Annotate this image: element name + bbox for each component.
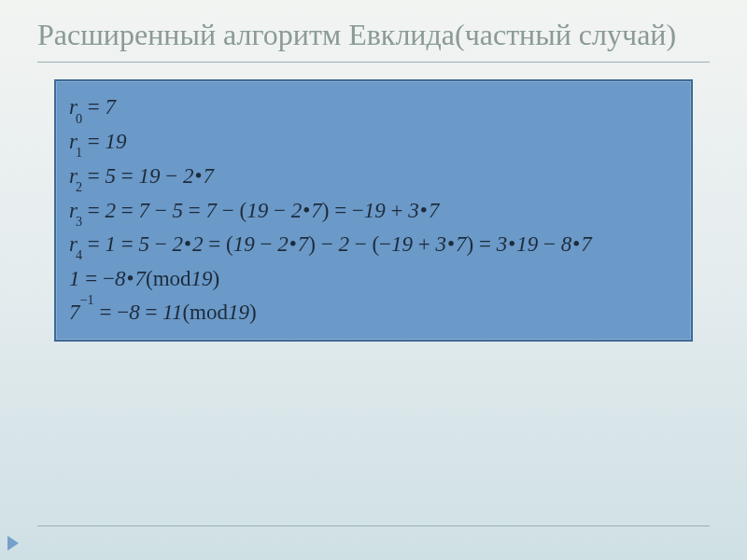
equals: = − (85, 267, 115, 290)
paren: ( (146, 267, 153, 290)
paren: ) (213, 267, 220, 290)
num: 3 (497, 232, 508, 256)
dot-icon: • (419, 194, 429, 228)
exponent: −1 (80, 292, 94, 307)
num: 8 (115, 267, 126, 290)
equation-r3: r3 = 2 = 7 − 5 = 7 − (19 − 2•7) = −19 + … (69, 194, 678, 229)
equation-congruence: 1 = −8•7(mod19) (69, 262, 678, 296)
num: 1 (69, 267, 80, 290)
num: 7 (429, 199, 440, 222)
paren: ) (467, 232, 474, 256)
equation-r4: r4 = 1 = 5 − 2•2 = (19 − 2•7) − 2 − (−19… (69, 228, 678, 262)
num: 5 (173, 199, 184, 222)
minus: − ( (222, 199, 247, 222)
plus: + (418, 232, 436, 256)
num: 19 (247, 199, 268, 222)
num: 7 (206, 199, 218, 222)
slide: Расширенный алгоритм Евклида(частный слу… (0, 0, 747, 560)
num: 3 (436, 232, 447, 256)
num: 19 (228, 301, 249, 324)
num: 5 (106, 164, 117, 188)
num: 7 (204, 164, 215, 188)
minus: − (165, 164, 183, 188)
num: 19 (364, 199, 386, 222)
dot-icon: • (446, 228, 456, 261)
num: 19 (191, 267, 213, 290)
subscript: 2 (76, 179, 82, 194)
equals: = (121, 232, 139, 256)
minus: − (155, 199, 173, 222)
equation-r0: r0 = 7 (69, 91, 678, 125)
corner-arrow-icon (7, 536, 19, 551)
num: 2 (183, 164, 194, 188)
equals: = (88, 232, 106, 256)
num: 19 (233, 232, 255, 256)
dot-icon: • (302, 194, 311, 228)
subscript: 4 (76, 247, 82, 262)
num: 19 (139, 164, 161, 188)
dot-icon: • (183, 228, 192, 261)
paren: ) (322, 199, 330, 222)
equals: = ( (208, 232, 233, 256)
num: 19 (516, 232, 538, 256)
equation-r2: r2 = 5 = 19 − 2•7 (69, 160, 678, 194)
num: 2 (338, 232, 349, 256)
equals: = (88, 130, 106, 153)
equals: = (88, 164, 106, 188)
paren: ) (308, 232, 316, 256)
num: 7 (298, 232, 309, 256)
base: 7 (69, 301, 80, 324)
equals: = (121, 199, 139, 222)
minus: − (260, 232, 277, 256)
dot-icon: • (507, 228, 516, 261)
subscript: 1 (76, 145, 82, 160)
equation-r1: r1 = 19 (69, 125, 678, 160)
dot-icon: • (194, 160, 204, 193)
minus: − (321, 232, 339, 256)
num: 3 (408, 199, 419, 222)
num: 7 (139, 199, 150, 222)
subscript: 0 (76, 111, 82, 126)
plus: + (391, 199, 409, 222)
dot-icon: • (125, 262, 134, 296)
subscript: 3 (76, 214, 82, 229)
equals: = (145, 301, 162, 324)
num: 7 (135, 267, 147, 290)
equals: = − (334, 199, 364, 222)
num: 19 (391, 232, 413, 256)
equals: = (121, 164, 139, 188)
num: 7 (581, 232, 592, 256)
num: 2 (277, 232, 289, 256)
equals: = (88, 95, 106, 119)
value: 19 (106, 130, 127, 153)
num: 11 (162, 301, 182, 324)
minus: − (155, 232, 173, 256)
paren: ) (249, 301, 257, 324)
math-box: r0 = 7 r1 = 19 r2 = 5 = 19 − 2•7 r3 = 2 … (54, 79, 693, 342)
mod-label: mod (153, 267, 191, 290)
paren: ( (182, 301, 190, 324)
equation-inverse: 7−1 = −8 = 11(mod19) (69, 296, 678, 329)
mod-label: mod (190, 301, 228, 324)
value: 7 (106, 95, 117, 119)
footer-rule (37, 525, 710, 526)
dot-icon: • (571, 228, 581, 261)
num: 8 (129, 301, 140, 324)
minus: − (543, 232, 561, 256)
equals: = − (99, 301, 129, 324)
num: 2 (173, 232, 184, 256)
slide-title: Расширенный алгоритм Евклида(частный слу… (37, 17, 710, 63)
num: 7 (311, 199, 322, 222)
equals: = (189, 199, 206, 222)
num: 1 (106, 232, 117, 256)
equals: = (88, 199, 106, 222)
num: 2 (192, 232, 204, 256)
dot-icon: • (289, 228, 298, 261)
num: 7 (456, 232, 467, 256)
num: 2 (291, 199, 303, 222)
num: 2 (106, 199, 117, 222)
equals: = (479, 232, 497, 256)
num: 5 (139, 232, 150, 256)
minus: − (274, 199, 291, 222)
minus: − (− (355, 232, 391, 256)
